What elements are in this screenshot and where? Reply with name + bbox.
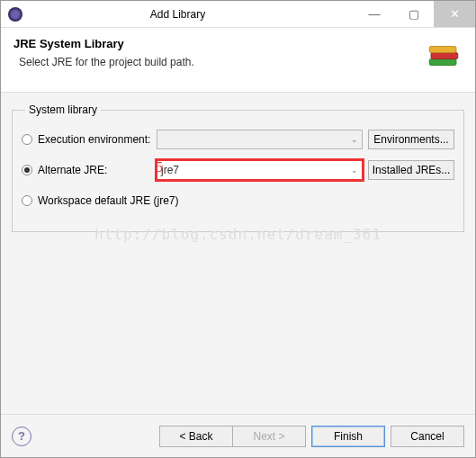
- alternate-jre-combo[interactable]: jre7 ⌄: [157, 160, 363, 180]
- library-books-icon: [425, 37, 463, 77]
- radio-alternate-jre[interactable]: Alternate JRE:: [22, 164, 157, 176]
- radio-label-text: Alternate JRE:: [38, 164, 107, 176]
- radio-icon: [22, 195, 32, 206]
- finish-button[interactable]: Finish: [311, 426, 385, 447]
- row-alternate-jre: Alternate JRE: jre7 ⌄ Installed JREs...: [22, 159, 454, 181]
- svg-rect-0: [429, 59, 456, 66]
- radio-icon: [22, 134, 32, 145]
- radio-label-text: Workspace default JRE (jre7): [38, 194, 179, 207]
- footer: ? < Back Next > Finish Cancel: [1, 414, 475, 457]
- titlebar: Add Library — ▢ ✕: [1, 1, 475, 28]
- installed-jres-button[interactable]: Installed JREs...: [368, 160, 454, 180]
- chevron-down-icon: ⌄: [351, 135, 358, 144]
- radio-workspace-default[interactable]: Workspace default JRE (jre7): [22, 194, 179, 207]
- exec-env-combo[interactable]: ⌄: [157, 130, 363, 149]
- window-title: Add Library: [1, 8, 355, 21]
- footer-buttons: < Back Next > Finish Cancel: [159, 426, 464, 447]
- help-icon[interactable]: ?: [12, 427, 31, 446]
- radio-icon: [22, 165, 32, 175]
- nav-button-group: < Back Next >: [159, 426, 306, 447]
- dialog-header: JRE System Library Select JRE for the pr…: [1, 28, 475, 93]
- chevron-down-icon: ⌄: [351, 166, 358, 175]
- maximize-button[interactable]: ▢: [394, 1, 434, 27]
- row-exec-env: Execution environment: ⌄ Environments...: [22, 129, 454, 150]
- annotation-number: 5: [156, 159, 163, 175]
- close-button[interactable]: ✕: [434, 1, 475, 27]
- svg-rect-2: [429, 47, 456, 53]
- content-area: System library Execution environment: ⌄ …: [1, 93, 475, 415]
- cancel-button[interactable]: Cancel: [391, 426, 464, 447]
- window-controls: — ▢ ✕: [355, 1, 475, 27]
- radio-exec-env[interactable]: Execution environment:: [22, 133, 157, 146]
- minimize-button[interactable]: —: [355, 1, 394, 27]
- row-workspace-default: Workspace default JRE (jre7): [22, 190, 454, 211]
- back-button[interactable]: < Back: [159, 426, 233, 447]
- environments-button[interactable]: Environments...: [368, 130, 454, 149]
- combo-value: jre7: [161, 164, 179, 176]
- radio-label-text: Execution environment:: [38, 133, 150, 146]
- svg-rect-1: [431, 53, 458, 59]
- system-library-group: System library Execution environment: ⌄ …: [12, 103, 464, 232]
- group-legend: System library: [25, 103, 101, 116]
- page-title: JRE System Library: [13, 37, 194, 50]
- page-subtitle: Select JRE for the project build path.: [19, 56, 194, 68]
- next-button: Next >: [232, 426, 306, 447]
- header-text: JRE System Library Select JRE for the pr…: [13, 37, 194, 77]
